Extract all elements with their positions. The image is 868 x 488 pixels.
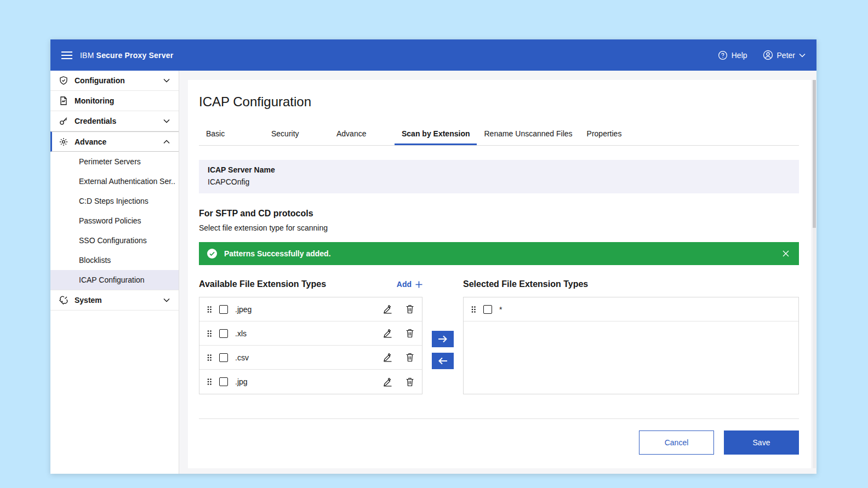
top-bar: IBM Secure Proxy Server Help Peter (50, 39, 816, 71)
sidebar-item-blocklists[interactable]: Blocklists (50, 250, 179, 270)
tab-properties[interactable]: Properties (580, 123, 645, 145)
sidebar-item-advance[interactable]: Advance (50, 131, 179, 152)
drag-handle-icon[interactable] (470, 305, 477, 314)
close-icon (783, 250, 789, 257)
tab-rename-unscanned-files[interactable]: Rename Unscanned Files (477, 123, 579, 145)
drag-handle-icon[interactable] (206, 329, 213, 338)
sidebar-item-label: Advance (75, 137, 106, 146)
page-title: ICAP Configuration (199, 94, 799, 110)
app-brand: IBM Secure Proxy Server (80, 51, 173, 60)
table-row: .jpeg (199, 297, 422, 321)
sidebar-item-credentials[interactable]: Credentials (50, 111, 179, 131)
key-icon (59, 117, 68, 125)
configuration-icon (59, 76, 68, 85)
move-left-button[interactable] (432, 353, 454, 369)
user-name: Peter (777, 51, 795, 60)
sub-item-label: Perimeter Servers (79, 157, 141, 166)
tab-security[interactable]: Security (264, 123, 329, 145)
sidebar-item-monitoring[interactable]: Monitoring (50, 91, 179, 111)
save-button[interactable]: Save (724, 430, 799, 455)
help-button[interactable]: Help (718, 50, 747, 60)
delete-button[interactable] (404, 303, 415, 315)
sidebar-item-perimeter-servers[interactable]: Perimeter Servers (50, 152, 179, 171)
trash-icon (406, 305, 414, 314)
scrollbar-thumb[interactable] (813, 80, 816, 228)
extension-label: .jpg (235, 377, 248, 386)
app-window: IBM Secure Proxy Server Help Peter (50, 39, 816, 474)
chevron-down-icon (163, 119, 170, 123)
transfer-controls (422, 331, 463, 369)
edit-pencil-icon (383, 353, 392, 362)
add-label: Add (397, 280, 412, 289)
sidebar-item-label: Monitoring (75, 96, 114, 105)
selected-extensions-title: Selected File Extension Types (463, 279, 588, 289)
delete-button[interactable] (404, 376, 415, 388)
cancel-button[interactable]: Cancel (639, 430, 714, 455)
row-checkbox[interactable] (483, 305, 492, 314)
close-notification-button[interactable] (780, 248, 791, 259)
server-name-value: ICAPCOnfig (208, 177, 790, 186)
section-title: For SFTP and CD protocols (199, 209, 799, 219)
extension-label: .jpeg (235, 305, 252, 314)
server-name-info-box: ICAP Server Name ICAPCOnfig (199, 160, 799, 193)
edit-button[interactable] (382, 376, 393, 388)
brand-name: Secure Proxy Server (96, 51, 174, 60)
selected-extensions-panel: Selected File Extension Types * (463, 278, 799, 394)
trash-icon (406, 353, 414, 362)
available-extensions-table: .jpeg (199, 297, 422, 394)
row-checkbox[interactable] (219, 305, 228, 314)
sub-item-label: C:D Steps Injections (79, 197, 149, 205)
table-row: .xls (199, 321, 422, 346)
edit-button[interactable] (382, 328, 393, 339)
arrow-right-icon (438, 335, 448, 343)
edit-button[interactable] (382, 352, 393, 363)
edit-button[interactable] (382, 303, 393, 315)
drag-handle-icon[interactable] (206, 305, 213, 314)
row-checkbox[interactable] (219, 329, 228, 338)
drag-handle-icon[interactable] (206, 353, 213, 362)
sidebar-item-label: System (75, 296, 102, 305)
sidebar-item-cd-steps-injections[interactable]: C:D Steps Injections (50, 191, 179, 211)
add-extension-button[interactable]: Add (397, 280, 422, 289)
move-right-button[interactable] (432, 331, 454, 347)
user-icon (763, 50, 773, 60)
trash-icon (406, 329, 414, 338)
delete-button[interactable] (404, 352, 415, 363)
notification-message: Patterns Successfully added. (224, 249, 331, 258)
hamburger-icon (61, 51, 72, 59)
sidebar-item-external-authentication[interactable]: External Authentication Ser.. (50, 171, 179, 191)
sub-item-label: External Authentication Ser.. (79, 177, 175, 186)
user-menu-button[interactable]: Peter (763, 50, 806, 60)
plus-icon (415, 281, 422, 288)
menu-button[interactable] (61, 51, 72, 59)
edit-pencil-icon (383, 377, 392, 387)
success-notification: Patterns Successfully added. (199, 242, 799, 265)
sidebar-item-configuration[interactable]: Configuration (50, 71, 179, 91)
table-row: .jpg (199, 370, 422, 394)
extension-label: .csv (235, 353, 249, 362)
tab-basic[interactable]: Basic (199, 123, 264, 145)
available-extensions-title: Available File Extension Types (199, 279, 326, 289)
sidebar-item-sso-configurations[interactable]: SSO Configurations (50, 231, 179, 250)
extension-label: * (499, 305, 502, 314)
brand-prefix: IBM (80, 51, 94, 60)
sidebar-item-icap-configuration[interactable]: ICAP Configuration (50, 270, 179, 290)
row-checkbox[interactable] (219, 377, 228, 386)
help-icon (718, 50, 728, 60)
extension-label: .xls (235, 329, 247, 338)
tab-advance[interactable]: Advance (329, 123, 395, 145)
drag-handle-icon[interactable] (206, 377, 213, 386)
delete-button[interactable] (404, 328, 415, 339)
sidebar-item-password-policies[interactable]: Password Policies (50, 211, 179, 231)
edit-pencil-icon (383, 305, 392, 314)
gear-icon (59, 137, 68, 146)
sidebar-item-system[interactable]: System (50, 290, 179, 311)
edit-pencil-icon (383, 329, 392, 338)
tab-scan-by-extension[interactable]: Scan by Extension (395, 123, 477, 145)
sidebar: Configuration Monitoring Credentials (50, 71, 179, 474)
chevron-down-icon (163, 78, 170, 83)
sub-item-label: SSO Configurations (79, 236, 147, 245)
vertical-scrollbar[interactable] (813, 80, 816, 468)
row-checkbox[interactable] (219, 353, 228, 362)
table-row: .csv (199, 346, 422, 370)
